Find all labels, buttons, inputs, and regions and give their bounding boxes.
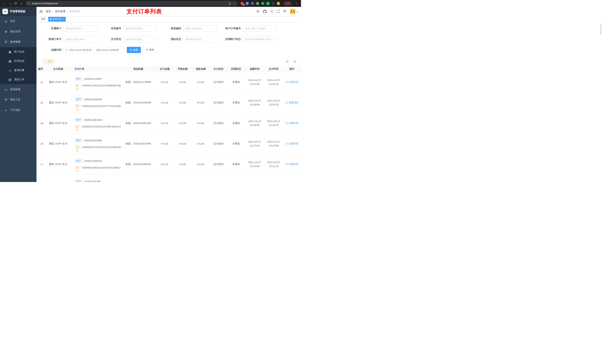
view-detail-link[interactable]: 查看详情 bbox=[283, 163, 301, 166]
chrome-update-button[interactable]: 更新 bbox=[283, 1, 292, 6]
close-icon[interactable]: × bbox=[63, 18, 64, 20]
sidebar: 芋道管理系统 ◷ 首页 ⚙ 系统管理 ¥ 支付管理 ▣ 商户信息 ▦ 应用信息 bbox=[0, 7, 36, 182]
sidebar-item-payment[interactable]: ¥ 支付管理 bbox=[0, 37, 36, 47]
font-size-icon[interactable]: TT bbox=[283, 10, 287, 13]
pay-tag: 支付 bbox=[75, 83, 81, 87]
view-detail-link[interactable]: 查看详情 bbox=[283, 122, 301, 125]
sidebar-item-devtools[interactable]: ⚒ 研发工具 bbox=[0, 94, 36, 105]
sidebar-item-label: 退款订单 bbox=[14, 78, 24, 81]
search-button[interactable]: 搜索 bbox=[127, 47, 141, 53]
avatar-caret-icon[interactable]: ▾ bbox=[297, 11, 298, 13]
url-text[interactable]: localhost:1024/pay/order bbox=[32, 2, 226, 5]
breadcrumb-home[interactable]: 首页 bbox=[46, 10, 51, 13]
tab-pay-order[interactable]: 支付订单 × bbox=[48, 17, 66, 22]
bookmark-star-icon[interactable]: ☆ bbox=[233, 2, 236, 5]
cell-create-time: 2021-10-27 13:17:03 bbox=[245, 140, 264, 148]
refresh-table-button[interactable] bbox=[292, 59, 297, 64]
pay-status-select[interactable] bbox=[123, 36, 158, 42]
channel-order-no-input[interactable] bbox=[63, 36, 98, 42]
back-icon[interactable]: ← bbox=[2, 0, 7, 7]
export-button[interactable]: ↓ 导出 bbox=[43, 59, 55, 64]
extension-icon[interactable] bbox=[256, 2, 259, 5]
toggle-search-button[interactable] bbox=[285, 59, 290, 64]
tags-view: 首页 支付订单 × bbox=[36, 16, 301, 22]
cell-fee-amount: ¥ 0.00 bbox=[173, 163, 192, 166]
sidebar-item-merchant-info[interactable]: ▣ 商户信息 bbox=[0, 47, 36, 56]
home-icon[interactable]: ⌂ bbox=[19, 0, 24, 7]
table-row: 20 微信 JSAPI 支付 商户 1635311949168 支付 42000… bbox=[36, 93, 301, 113]
cell-order-id: 19 bbox=[36, 122, 46, 125]
sidebar-item-app-info[interactable]: ▦ 应用信息 bbox=[0, 56, 36, 66]
grid-icon: ▦ bbox=[8, 59, 12, 63]
table-row: 21 微信 JSAPI 支付 商户 1635312124657 支付 42000… bbox=[36, 72, 301, 93]
column-header: 操作 bbox=[283, 67, 301, 71]
sidebar-item-home[interactable]: ◷ 首页 bbox=[0, 16, 36, 26]
cell-create-time: 2021-10-27 13:19:09 bbox=[245, 99, 264, 106]
fullscreen-icon[interactable] bbox=[277, 10, 280, 13]
sidebar-item-pay-order[interactable]: ◎ 支付订单 bbox=[0, 66, 36, 75]
extension-icon[interactable] bbox=[266, 2, 269, 5]
column-header: 支付订单 bbox=[71, 67, 121, 71]
sidebar-item-workflow[interactable]: ▱ 工作流程 bbox=[0, 105, 36, 115]
view-detail-link[interactable]: 查看详情 bbox=[283, 81, 301, 84]
filter-label: 渠道编码 bbox=[163, 27, 183, 30]
table-row: 18 微信 JSAPI 支付 商户 1635311823086 支付 42000… bbox=[36, 134, 301, 154]
sidebar-item-infra[interactable]: ▭ 基础设施 bbox=[0, 84, 36, 94]
reload-icon[interactable]: ⟳ bbox=[13, 0, 19, 7]
cell-pay-status: 支付成功 bbox=[210, 81, 227, 84]
sidebar-item-label: 商户信息 bbox=[14, 50, 24, 53]
extension-icon[interactable] bbox=[261, 2, 264, 5]
sidebar-item-system[interactable]: ⚙ 系统管理 bbox=[0, 26, 36, 37]
app-select[interactable] bbox=[123, 25, 158, 32]
extension-icon[interactable]: 10 bbox=[240, 2, 244, 5]
channel-code-select[interactable] bbox=[183, 25, 217, 32]
content: 所属商户 应用编号 渠道编码 商户订单编号 渠 bbox=[36, 22, 301, 182]
column-header: 手续金额 bbox=[173, 67, 192, 71]
view-detail-link[interactable]: 查看详情 bbox=[283, 101, 301, 104]
filter-label: 创建时间 bbox=[44, 48, 63, 52]
filter-notify-status: 回调商户状态 bbox=[223, 36, 279, 42]
sidebar-item-refund-order[interactable]: ▤ 退款订单 bbox=[0, 75, 36, 84]
merchant-order-no-input[interactable] bbox=[243, 25, 277, 32]
notify-status-select[interactable] bbox=[243, 36, 277, 42]
extension-icon[interactable] bbox=[246, 2, 249, 5]
tab-label: 首页 bbox=[41, 18, 45, 21]
merchant-tag: 商户 bbox=[75, 138, 83, 142]
sidebar-item-label: 支付管理 bbox=[10, 40, 20, 44]
cell-refund-amount: ¥ 0.00 bbox=[192, 81, 210, 83]
github-icon[interactable] bbox=[263, 10, 267, 13]
cell-product-title: 标题：1635312124656 bbox=[121, 81, 156, 84]
cell-product-title: 标题：1635311881439 bbox=[121, 122, 156, 125]
tab-home[interactable]: 首页 bbox=[39, 17, 47, 22]
url-bar[interactable]: ⓘ localhost:1024/pay/order ☆ bbox=[26, 1, 238, 6]
table-toolbar: ↓ 导出 bbox=[43, 59, 297, 64]
breadcrumb-payment[interactable]: 支付管理 bbox=[55, 10, 65, 13]
cell-pay-channel: 微信 JSAPI 支付 bbox=[46, 101, 71, 104]
help-icon[interactable]: ? bbox=[270, 10, 273, 13]
date-start[interactable]: 2021-10-01 00:00:00 bbox=[69, 49, 92, 52]
filter-merchant-order-no: 商户订单编号 bbox=[223, 25, 279, 32]
extension-icon[interactable] bbox=[272, 2, 275, 5]
refund-status-select[interactable] bbox=[183, 36, 217, 42]
cell-pay-order: 商户 1635311823086 支付 42000011672021102710… bbox=[71, 138, 121, 149]
sidebar-item-label: 基础设施 bbox=[10, 88, 20, 91]
reset-button[interactable]: ↻ 重置 bbox=[143, 47, 157, 53]
merchant-input[interactable] bbox=[63, 25, 98, 32]
search-icon[interactable] bbox=[256, 10, 260, 13]
toolbar-right bbox=[285, 59, 297, 64]
date-end[interactable]: 2021-10-31 23:59:59 bbox=[96, 49, 118, 52]
active-dot bbox=[50, 19, 52, 20]
forward-icon[interactable]: → bbox=[7, 0, 13, 7]
extension-icon[interactable] bbox=[277, 2, 280, 5]
column-header: 回调状态 bbox=[227, 67, 245, 71]
cell-pay-amount: ¥ 0.01 bbox=[156, 81, 173, 83]
view-detail-link[interactable]: 查看详情 bbox=[283, 142, 301, 145]
site-info-icon[interactable]: ⓘ bbox=[28, 2, 30, 5]
create-time-range-picker[interactable]: 2021-10-01 00:00:00 - 2021-10-31 23:59:5… bbox=[63, 47, 124, 53]
chrome-menu-icon[interactable]: ⋮ bbox=[294, 0, 299, 7]
cell-pay-time: 2021-10-27 13:19:15 bbox=[264, 99, 283, 106]
hamburger-icon[interactable] bbox=[39, 10, 43, 13]
extension-icon[interactable] bbox=[251, 2, 254, 5]
avatar[interactable] bbox=[290, 9, 295, 14]
share-icon[interactable] bbox=[228, 2, 231, 5]
